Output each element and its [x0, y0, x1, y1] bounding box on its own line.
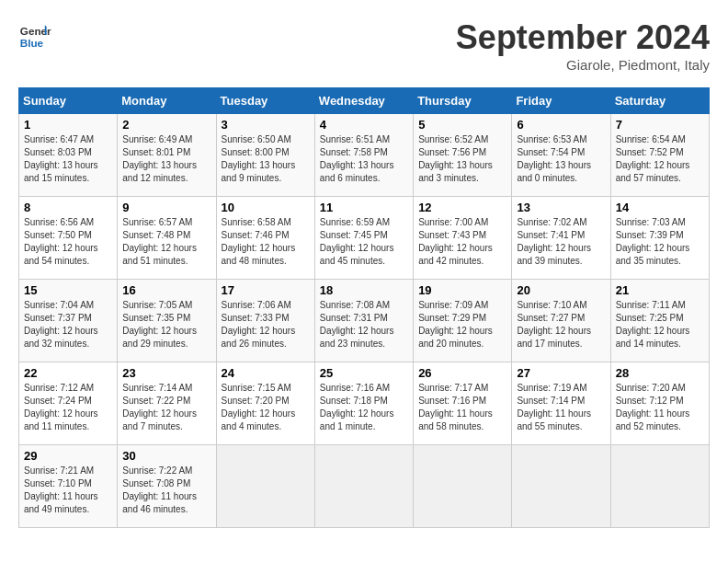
day-info: Sunrise: 6:49 AMSunset: 8:01 PMDaylight:… — [122, 134, 197, 183]
header-friday: Friday — [512, 88, 610, 114]
header-saturday: Saturday — [610, 88, 709, 114]
table-row: 26 Sunrise: 7:17 AMSunset: 7:16 PMDaylig… — [414, 362, 512, 445]
table-row: 28 Sunrise: 7:20 AMSunset: 7:12 PMDaylig… — [610, 362, 709, 445]
day-number: 4 — [320, 118, 408, 132]
day-number: 26 — [418, 366, 506, 380]
day-number: 3 — [222, 118, 310, 132]
table-row: 20 Sunrise: 7:10 AMSunset: 7:27 PMDaylig… — [512, 280, 610, 362]
table-row: 7 Sunrise: 6:54 AMSunset: 7:52 PMDayligh… — [610, 114, 709, 197]
day-number: 1 — [24, 118, 112, 132]
day-number: 10 — [222, 201, 310, 214]
table-row: 27 Sunrise: 7:19 AMSunset: 7:14 PMDaylig… — [512, 362, 610, 445]
day-number: 7 — [616, 118, 704, 132]
table-row: 3 Sunrise: 6:50 AMSunset: 8:00 PMDayligh… — [216, 114, 314, 197]
day-info: Sunrise: 7:17 AMSunset: 7:16 PMDaylight:… — [418, 383, 493, 431]
table-row — [512, 445, 610, 528]
calendar-week-row: 29 Sunrise: 7:21 AMSunset: 7:10 PMDaylig… — [19, 445, 710, 528]
day-info: Sunrise: 7:19 AMSunset: 7:14 PMDaylight:… — [517, 383, 591, 431]
day-info: Sunrise: 7:10 AMSunset: 7:27 PMDaylight:… — [517, 300, 591, 349]
table-row: 1 Sunrise: 6:47 AMSunset: 8:03 PMDayligh… — [19, 114, 118, 197]
day-number: 24 — [222, 366, 310, 380]
day-info: Sunrise: 7:00 AMSunset: 7:43 PMDaylight:… — [418, 217, 493, 266]
day-number: 12 — [418, 201, 506, 214]
day-info: Sunrise: 7:03 AMSunset: 7:39 PMDaylight:… — [616, 217, 690, 266]
day-info: Sunrise: 7:02 AMSunset: 7:41 PMDaylight:… — [517, 217, 591, 266]
day-number: 2 — [122, 118, 210, 132]
table-row: 30 Sunrise: 7:22 AMSunset: 7:08 PMDaylig… — [118, 445, 216, 528]
day-info: Sunrise: 7:14 AMSunset: 7:22 PMDaylight:… — [122, 383, 197, 431]
day-number: 23 — [122, 366, 210, 380]
table-row — [314, 445, 413, 528]
table-row: 18 Sunrise: 7:08 AMSunset: 7:31 PMDaylig… — [314, 280, 413, 362]
calendar-week-row: 15 Sunrise: 7:04 AMSunset: 7:37 PMDaylig… — [19, 280, 710, 362]
day-info: Sunrise: 6:47 AMSunset: 8:03 PMDaylight:… — [24, 134, 98, 183]
day-number: 28 — [616, 366, 704, 380]
day-info: Sunrise: 6:50 AMSunset: 8:00 PMDaylight:… — [222, 134, 296, 183]
table-row: 6 Sunrise: 6:53 AMSunset: 7:54 PMDayligh… — [512, 114, 610, 197]
day-info: Sunrise: 6:57 AMSunset: 7:48 PMDaylight:… — [122, 217, 197, 266]
day-number: 6 — [517, 118, 605, 132]
day-info: Sunrise: 6:54 AMSunset: 7:52 PMDaylight:… — [616, 134, 690, 183]
table-row: 5 Sunrise: 6:52 AMSunset: 7:56 PMDayligh… — [414, 114, 512, 197]
day-number: 30 — [122, 449, 210, 463]
svg-text:General: General — [20, 25, 51, 37]
day-info: Sunrise: 7:22 AMSunset: 7:08 PMDaylight:… — [122, 465, 197, 514]
day-info: Sunrise: 7:08 AMSunset: 7:31 PMDaylight:… — [320, 300, 394, 349]
header-sunday: Sunday — [19, 88, 118, 114]
day-info: Sunrise: 6:51 AMSunset: 7:58 PMDaylight:… — [320, 134, 394, 183]
day-number: 25 — [320, 366, 408, 380]
calendar-week-row: 22 Sunrise: 7:12 AMSunset: 7:24 PMDaylig… — [19, 362, 710, 445]
day-info: Sunrise: 7:15 AMSunset: 7:20 PMDaylight:… — [222, 383, 296, 431]
calendar-week-row: 1 Sunrise: 6:47 AMSunset: 8:03 PMDayligh… — [19, 114, 710, 197]
table-row: 4 Sunrise: 6:51 AMSunset: 7:58 PMDayligh… — [314, 114, 413, 197]
day-info: Sunrise: 6:56 AMSunset: 7:50 PMDaylight:… — [24, 217, 98, 266]
day-info: Sunrise: 7:05 AMSunset: 7:35 PMDaylight:… — [122, 300, 197, 349]
table-row: 23 Sunrise: 7:14 AMSunset: 7:22 PMDaylig… — [118, 362, 216, 445]
day-number: 22 — [24, 366, 112, 380]
table-row: 2 Sunrise: 6:49 AMSunset: 8:01 PMDayligh… — [118, 114, 216, 197]
table-row: 9 Sunrise: 6:57 AMSunset: 7:48 PMDayligh… — [118, 197, 216, 280]
month-title: September 2024 — [456, 18, 710, 57]
day-number: 21 — [616, 283, 704, 297]
day-number: 13 — [517, 201, 605, 214]
day-number: 20 — [517, 283, 605, 297]
calendar-week-row: 8 Sunrise: 6:56 AMSunset: 7:50 PMDayligh… — [19, 197, 710, 280]
day-info: Sunrise: 7:16 AMSunset: 7:18 PMDaylight:… — [320, 383, 394, 431]
table-row: 11 Sunrise: 6:59 AMSunset: 7:45 PMDaylig… — [314, 197, 413, 280]
table-row: 14 Sunrise: 7:03 AMSunset: 7:39 PMDaylig… — [610, 197, 709, 280]
day-number: 11 — [320, 201, 408, 214]
header-tuesday: Tuesday — [216, 88, 314, 114]
day-info: Sunrise: 6:58 AMSunset: 7:46 PMDaylight:… — [222, 217, 296, 266]
day-info: Sunrise: 7:04 AMSunset: 7:37 PMDaylight:… — [24, 300, 98, 349]
location-subtitle: Giarole, Piedmont, Italy — [456, 57, 710, 73]
page-header: General Blue September 2024 Giarole, Pie… — [18, 18, 710, 73]
day-info: Sunrise: 7:09 AMSunset: 7:29 PMDaylight:… — [418, 300, 493, 349]
table-row: 24 Sunrise: 7:15 AMSunset: 7:20 PMDaylig… — [216, 362, 314, 445]
table-row: 16 Sunrise: 7:05 AMSunset: 7:35 PMDaylig… — [118, 280, 216, 362]
day-info: Sunrise: 7:06 AMSunset: 7:33 PMDaylight:… — [222, 300, 296, 349]
day-number: 18 — [320, 283, 408, 297]
header-monday: Monday — [118, 88, 216, 114]
table-row: 15 Sunrise: 7:04 AMSunset: 7:37 PMDaylig… — [19, 280, 118, 362]
day-info: Sunrise: 6:59 AMSunset: 7:45 PMDaylight:… — [320, 217, 394, 266]
table-row — [414, 445, 512, 528]
table-row: 12 Sunrise: 7:00 AMSunset: 7:43 PMDaylig… — [414, 197, 512, 280]
table-row: 10 Sunrise: 6:58 AMSunset: 7:46 PMDaylig… — [216, 197, 314, 280]
logo-icon: General Blue — [18, 18, 51, 52]
day-number: 9 — [122, 201, 210, 214]
table-row: 13 Sunrise: 7:02 AMSunset: 7:41 PMDaylig… — [512, 197, 610, 280]
day-info: Sunrise: 7:12 AMSunset: 7:24 PMDaylight:… — [24, 383, 98, 431]
table-row: 21 Sunrise: 7:11 AMSunset: 7:25 PMDaylig… — [610, 280, 709, 362]
day-info: Sunrise: 6:53 AMSunset: 7:54 PMDaylight:… — [517, 134, 591, 183]
day-number: 14 — [616, 201, 704, 214]
day-info: Sunrise: 6:52 AMSunset: 7:56 PMDaylight:… — [418, 134, 493, 183]
svg-text:Blue: Blue — [20, 37, 44, 49]
day-info: Sunrise: 7:21 AMSunset: 7:10 PMDaylight:… — [24, 465, 98, 514]
header-thursday: Thursday — [414, 88, 512, 114]
day-number: 16 — [122, 283, 210, 297]
table-row — [216, 445, 314, 528]
day-number: 17 — [222, 283, 310, 297]
table-row — [610, 445, 709, 528]
table-row: 17 Sunrise: 7:06 AMSunset: 7:33 PMDaylig… — [216, 280, 314, 362]
calendar-header-row: Sunday Monday Tuesday Wednesday Thursday… — [19, 88, 710, 114]
